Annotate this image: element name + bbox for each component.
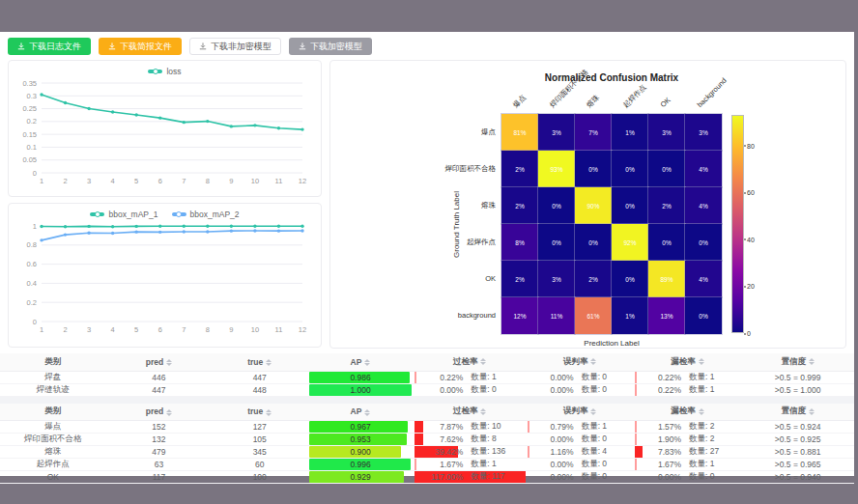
- matrix-row-label: 熔珠: [370, 201, 496, 210]
- rate-cell: 0.00% 数量: 0: [527, 471, 634, 484]
- rate-percent: 7.62%: [415, 434, 463, 444]
- svg-text:0.2: 0.2: [27, 298, 37, 307]
- download-log-button[interactable]: 下载日志文件: [8, 38, 91, 55]
- matrix-cell: 0%: [538, 187, 575, 224]
- column-header-2[interactable]: true: [212, 404, 307, 421]
- legend-item-bbox_mAP_2[interactable]: bbox_mAP_2: [172, 210, 240, 219]
- bbox_mAP-line-chart: 00.20.40.60.81123456789101112: [9, 221, 321, 343]
- svg-text:1: 1: [40, 325, 43, 334]
- svg-text:9: 9: [229, 177, 233, 185]
- loss-line-chart: 00.050.10.150.20.250.30.3512345678910111…: [9, 78, 321, 194]
- colorbar-tick: 40: [747, 236, 755, 242]
- matrix-cell: 81%: [501, 114, 538, 151]
- rate-cell: 0.22% 数量: 1: [414, 371, 527, 383]
- rate-count: 数量: 0: [582, 459, 607, 470]
- rate-percent: 0.79%: [528, 422, 574, 432]
- sort-icon: [809, 408, 815, 415]
- matrix-cell: 13%: [648, 297, 685, 334]
- pred-cell: 63: [106, 459, 213, 471]
- class-cell: 起焊作点: [0, 459, 106, 471]
- matrix-column-label: 起焊作点: [621, 83, 648, 110]
- download-report-button[interactable]: 下载简报文件: [99, 38, 182, 55]
- column-header-label: true: [247, 357, 263, 367]
- column-header-2[interactable]: true: [212, 353, 307, 371]
- column-header-3[interactable]: AP: [307, 404, 414, 421]
- main-content: loss00.050.10.150.20.250.30.351234567891…: [0, 60, 854, 349]
- column-header-6[interactable]: 漏检率: [634, 353, 741, 371]
- column-header-7[interactable]: 置信度: [741, 404, 854, 421]
- svg-text:0.4: 0.4: [27, 279, 37, 288]
- rate-count: 数量: 1: [471, 459, 496, 470]
- rate-cell: 0.00% 数量: 0: [527, 383, 634, 396]
- rate-count: 数量: 27: [689, 446, 719, 458]
- svg-text:0.6: 0.6: [27, 260, 37, 268]
- legend-item-bbox_mAP_1[interactable]: bbox_mAP_1: [90, 210, 157, 219]
- svg-text:12: 12: [299, 177, 306, 185]
- matrix-cell: 89%: [648, 261, 685, 297]
- true-cell: 60: [212, 459, 307, 471]
- svg-text:7: 7: [182, 177, 186, 185]
- table-row: 焊印面积不合格 132 105 0.953 7.62% 数量: 8 0.00% …: [0, 434, 854, 446]
- matrix-cell: 93%: [538, 151, 575, 187]
- true-cell: 345: [212, 446, 307, 459]
- svg-text:8: 8: [206, 177, 210, 185]
- rate-count: 数量: 1: [689, 459, 714, 470]
- legend-label: bbox_mAP_1: [108, 210, 157, 219]
- download-unencrypted-model-button[interactable]: 下载非加密模型: [189, 38, 281, 55]
- matrix-cell: 61%: [575, 297, 612, 334]
- confidence-cell: >0.5 = 0.924: [741, 421, 854, 434]
- svg-text:6: 6: [158, 325, 162, 334]
- svg-text:10: 10: [251, 177, 259, 185]
- download-encrypted-model-button[interactable]: 下载加密模型: [289, 38, 372, 55]
- svg-text:10: 10: [251, 325, 259, 334]
- svg-text:0.8: 0.8: [27, 240, 37, 249]
- ap-cell: 0.967: [307, 421, 414, 434]
- matrix-cell: 2%: [501, 187, 538, 224]
- column-header-4[interactable]: 过检率: [414, 404, 527, 421]
- column-header-5[interactable]: 误判率: [527, 353, 634, 371]
- sort-icon: [699, 358, 704, 365]
- svg-text:1: 1: [33, 222, 37, 231]
- rate-cell: 0.00% 数量: 0: [634, 471, 741, 484]
- table-row: 熔珠 479 345 0.900 39.42% 数量: 136 1.16% 数量…: [0, 446, 854, 459]
- rate-count: 数量: 4: [582, 446, 607, 458]
- rate-percent: 39.42%: [415, 447, 463, 457]
- column-header-label: 过检率: [453, 406, 478, 415]
- column-header-4[interactable]: 过检率: [414, 353, 527, 371]
- column-header-label: AP: [351, 406, 362, 416]
- matrix-cell: 2%: [501, 151, 538, 187]
- matrix-cell: 0%: [575, 151, 612, 187]
- legend-item-loss[interactable]: loss: [148, 67, 181, 76]
- pred-cell: 447: [106, 383, 213, 396]
- download-toolbar: 下载日志文件 下载简报文件 下载非加密模型 下载加密模型: [0, 32, 854, 60]
- confidence-cell: >0.5 = 0.881: [741, 446, 854, 459]
- true-cell: 127: [212, 421, 307, 434]
- svg-text:0.25: 0.25: [22, 104, 37, 113]
- column-header-label: 置信度: [781, 356, 806, 366]
- matrix-cell: 2%: [501, 261, 538, 297]
- column-header-6[interactable]: 漏检率: [634, 404, 741, 421]
- left-chart-column: loss00.050.10.150.20.250.30.351234567891…: [8, 60, 322, 348]
- table-row: 焊缝轨迹 447 448 1.000 0.00% 数量: 0 0.00% 数量:…: [0, 383, 854, 396]
- column-header-3[interactable]: AP: [307, 353, 414, 371]
- rate-percent: 0.00%: [528, 385, 574, 395]
- column-header-7[interactable]: 置信度: [741, 353, 854, 371]
- svg-text:4: 4: [111, 325, 115, 334]
- rate-cell: 0.00% 数量: 0: [527, 371, 634, 383]
- rate-cell: 0.22% 数量: 1: [634, 371, 741, 383]
- svg-text:11: 11: [275, 325, 283, 334]
- ap-cell: 0.996: [307, 459, 414, 471]
- column-header-1[interactable]: pred: [106, 404, 213, 421]
- column-header-1[interactable]: pred: [106, 353, 213, 371]
- rate-percent: 1.90%: [635, 434, 681, 444]
- rate-percent: 0.00%: [528, 434, 574, 444]
- matrix-cell: 7%: [575, 114, 612, 151]
- sort-icon: [364, 359, 370, 366]
- rate-cell: 1.16% 数量: 4: [527, 446, 634, 459]
- sort-icon: [809, 358, 815, 365]
- rate-percent: 1.67%: [635, 460, 681, 469]
- ap-cell: 0.900: [307, 446, 414, 459]
- download-icon: [17, 42, 25, 50]
- column-header-5[interactable]: 误判率: [527, 404, 634, 421]
- matrix-cell: 0%: [648, 224, 685, 261]
